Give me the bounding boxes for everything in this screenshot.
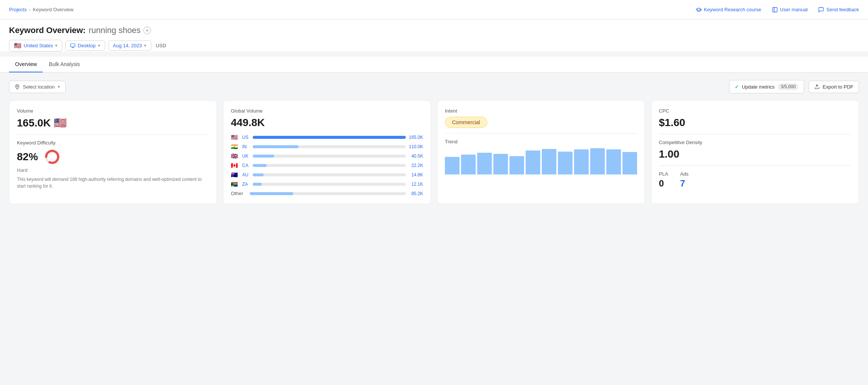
trend-bar-item (493, 154, 508, 174)
location-filter[interactable]: 🇺🇸 United States ▾ (9, 40, 62, 51)
send-feedback-link[interactable]: Send feedback (818, 7, 859, 13)
graduation-icon (696, 7, 702, 13)
country-val: 110.0K (409, 144, 423, 149)
cpc-value: $1.60 (659, 117, 851, 129)
kd-value: 82% (17, 151, 38, 163)
intent-trend-card: Intent Commercial Trend (437, 100, 645, 204)
intent-label: Intent (445, 108, 637, 114)
cpc-card: CPC $1.60 Competitive Density 1.00 PLA 0… (651, 100, 859, 204)
select-location-label: Select location (23, 84, 55, 90)
global-volume-value: 449.8K (231, 117, 423, 129)
top-bar: Projects › Keyword Overview Keyword Rese… (0, 0, 868, 20)
page-header: Keyword Overview: running shoes + 🇺🇸 Uni… (0, 20, 868, 51)
toolbar: Select location ▾ ✓ Update metrics 3/5,0… (9, 80, 859, 93)
page-title: Keyword Overview: running shoes + (9, 26, 859, 35)
bar-fill (253, 155, 274, 158)
tabs-row: Overview Bulk Analysis (0, 57, 868, 72)
country-code[interactable]: US (242, 135, 250, 140)
pla-label: PLA (659, 171, 668, 177)
breadcrumb-separator: › (29, 7, 30, 12)
kd-description: This keyword will demand 188 high-author… (17, 176, 209, 189)
country-code[interactable]: AU (242, 172, 250, 177)
select-location-button[interactable]: Select location ▾ (9, 81, 66, 93)
bar-track (253, 183, 406, 186)
export-pdf-button[interactable]: Export to PDF (809, 81, 859, 93)
device-filter[interactable]: Desktop ▾ (65, 41, 105, 51)
update-metrics-count: 3/5,000 (778, 83, 799, 90)
cpc-label: CPC (659, 108, 851, 114)
svg-point-5 (17, 86, 18, 87)
kd-donut-chart (44, 149, 60, 165)
country-val: 12.1K (409, 182, 423, 187)
bar-fill (253, 164, 267, 167)
country-flag: 🇨🇦 (231, 162, 239, 169)
tab-overview[interactable]: Overview (9, 57, 43, 72)
country-code[interactable]: UK (242, 153, 250, 159)
bar-fill (253, 173, 264, 176)
global-volume-card: Global Volume 449.8K 🇺🇸 US 165.0K 🇮🇳 IN … (223, 100, 431, 204)
svg-rect-0 (773, 8, 777, 12)
trend-bar-item (590, 148, 605, 174)
country-flag: 🇺🇸 (231, 134, 239, 141)
country-flag: 🇦🇺 (231, 171, 239, 178)
intent-badge-wrapper: Commercial (445, 117, 637, 128)
ads-value: 7 (680, 178, 689, 189)
country-val: 22.2K (409, 163, 423, 168)
other-val: 85.2K (409, 191, 423, 196)
country-bar-row: 🇿🇦 ZA 12.1K (231, 181, 423, 188)
country-flag: 🇿🇦 (231, 181, 239, 188)
trend-bar-item (526, 150, 540, 174)
bar-track (253, 173, 406, 176)
other-bar-fill (250, 192, 293, 195)
send-feedback-label: Send feedback (826, 7, 859, 12)
location-label: United States (24, 43, 53, 48)
trend-bar-item (542, 149, 556, 174)
cd-value: 1.00 (659, 148, 851, 160)
breadcrumb-current: Keyword Overview (33, 7, 73, 12)
svg-rect-2 (71, 44, 75, 47)
volume-card: Volume 165.0K 🇺🇸 Keyword Difficulty 82% … (9, 100, 217, 204)
kd-sublabel: Hard (17, 167, 209, 173)
other-bar-track (250, 192, 406, 195)
country-flag: 🇮🇳 (231, 143, 239, 150)
select-location-chevron: ▾ (58, 84, 60, 89)
country-code[interactable]: ZA (242, 182, 250, 187)
user-manual-label: User manual (780, 7, 808, 12)
location-pin-icon (15, 84, 20, 89)
country-code[interactable]: IN (242, 144, 250, 149)
us-flag: 🇺🇸 (14, 42, 21, 49)
country-code[interactable]: CA (242, 163, 250, 168)
bar-track (253, 164, 406, 167)
breadcrumb-projects[interactable]: Projects (9, 7, 27, 12)
keyword-course-link[interactable]: Keyword Research course (696, 7, 761, 13)
country-val: 14.8K (409, 172, 423, 177)
location-chevron: ▾ (55, 43, 57, 48)
update-metrics-button[interactable]: ✓ Update metrics 3/5,000 (729, 80, 804, 93)
kd-row: 82% (17, 149, 209, 165)
cd-label: Competitive Density (659, 140, 851, 145)
keyword-course-label: Keyword Research course (704, 7, 761, 12)
ads-item: Ads 7 (680, 171, 689, 189)
check-icon: ✓ (735, 84, 739, 90)
country-bar-row: 🇮🇳 IN 110.0K (231, 143, 423, 150)
desktop-icon (70, 43, 75, 48)
kd-section: Keyword Difficulty 82% Hard This keyword… (17, 140, 209, 189)
user-manual-link[interactable]: User manual (772, 7, 808, 13)
trend-bar-item (461, 155, 476, 174)
device-label: Desktop (78, 43, 96, 48)
date-chevron: ▾ (144, 43, 146, 48)
other-label: Other (231, 191, 247, 196)
tab-bulk-analysis[interactable]: Bulk Analysis (43, 57, 86, 72)
date-filter[interactable]: Aug 14, 2023 ▾ (108, 41, 151, 51)
volume-flag: 🇺🇸 (54, 117, 67, 129)
export-label: Export to PDF (823, 84, 853, 90)
country-flag: 🇬🇧 (231, 153, 239, 159)
trend-bar-item (622, 152, 637, 174)
add-keyword-button[interactable]: + (143, 27, 151, 34)
chat-icon (818, 7, 824, 13)
bar-fill (253, 136, 406, 139)
country-bar-row: 🇨🇦 CA 22.2K (231, 162, 423, 169)
cd-divider (659, 165, 851, 166)
volume-label: Volume (17, 108, 209, 114)
pla-value: 0 (659, 178, 668, 189)
